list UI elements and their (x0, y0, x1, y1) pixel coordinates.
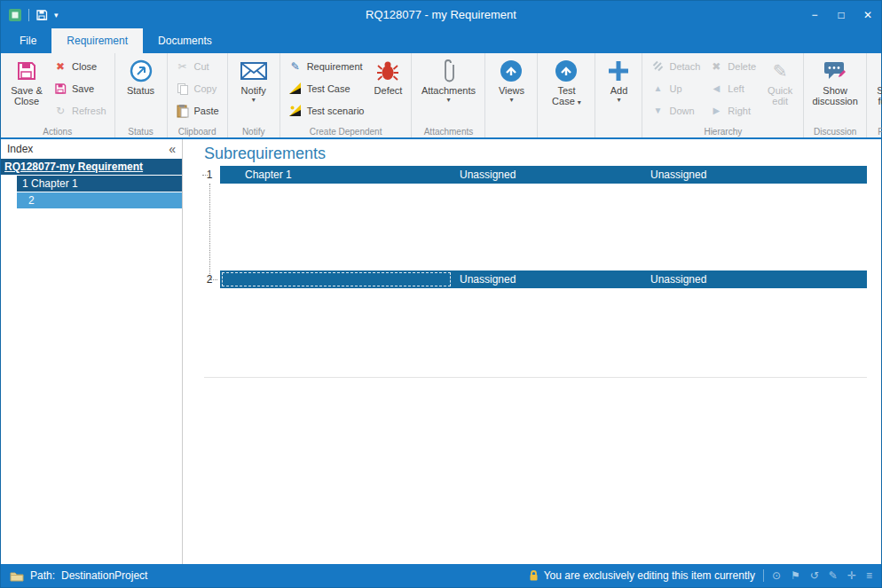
cut-button[interactable]: ✂ Cut (171, 55, 224, 77)
right-arrow-icon: ▶ (709, 106, 723, 115)
delete-x-icon: ✖ (709, 60, 723, 73)
detach-button[interactable]: Detach (646, 55, 705, 77)
lock-message: You are exclusively editing this item cu… (544, 569, 755, 582)
tree-item-chapter-1[interactable]: 1 Chapter 1 (17, 176, 182, 192)
collapse-panel-icon[interactable]: « (169, 142, 176, 156)
add-dropdown-icon: ▾ (617, 96, 620, 104)
attachments-label: Attachments (421, 85, 476, 96)
tab-requirement[interactable]: Requirement (51, 28, 143, 53)
tab-documents[interactable]: Documents (143, 28, 227, 53)
quick-access-dropdown-icon[interactable]: ▾ (54, 11, 59, 20)
defect-label: Defect (374, 85, 403, 96)
simple-format-button[interactable]: Simple format (870, 55, 882, 106)
create-test-case-button[interactable]: Test Case (284, 77, 369, 99)
status-button[interactable]: Status (119, 55, 163, 96)
index-panel: Index « RQ128077-my Requirement 1 Chapte… (1, 139, 183, 564)
info-icon[interactable]: ⊙ (772, 569, 781, 582)
down-button[interactable]: ▼ Down (646, 99, 705, 122)
left-button[interactable]: ◀ Left (705, 77, 760, 99)
minimize-button[interactable]: − (801, 2, 828, 28)
ribbon-group-actions: Save & Close ✖ Close Save (1, 53, 115, 137)
maximize-button[interactable]: □ (828, 2, 854, 28)
status-cell: Unassigned (650, 169, 706, 181)
group-label-actions: Actions (1, 127, 114, 137)
test-case-icon (288, 82, 303, 94)
group-label-attachments: Attachments (412, 127, 484, 137)
app-icon[interactable] (8, 8, 22, 22)
assignee-cell: Unassigned (460, 273, 650, 286)
views-button[interactable]: Views ▾ (489, 55, 533, 104)
paste-button[interactable]: Paste (171, 99, 224, 122)
statusbar-divider (763, 569, 764, 582)
subrequirement-bar-2[interactable]: Unassigned Unassigned (220, 270, 867, 288)
create-requirement-button[interactable]: ✎ Requirement (284, 55, 369, 77)
tab-file[interactable]: File (4, 28, 51, 53)
quick-save-icon[interactable] (35, 9, 48, 21)
subrequirement-title: Chapter 1 (220, 169, 460, 181)
group-label-status: Status (115, 127, 167, 137)
path-label: Path: (30, 569, 55, 582)
ribbon-group-create-dependent: ✎ Requirement Test Case Test scenario (280, 53, 413, 137)
subrequirement-title (220, 272, 460, 286)
up-button[interactable]: ▲ Up (646, 77, 705, 99)
tree-connector (209, 184, 210, 279)
content-area: Index « RQ128077-my Requirement 1 Chapte… (1, 139, 881, 564)
discussion-bubble-icon (823, 57, 847, 85)
assignee-cell: Unassigned (460, 169, 650, 181)
section-divider (204, 377, 867, 378)
close-button[interactable]: ✖ Close (49, 55, 111, 77)
test-case-label-line1: Test (557, 85, 575, 96)
save-button[interactable]: Save (49, 77, 111, 99)
close-x-icon: ✖ (53, 60, 67, 73)
save-icon (53, 82, 67, 95)
create-defect-button[interactable]: Defect (368, 55, 407, 96)
refresh-button[interactable]: ↻ Refresh (49, 99, 111, 122)
delete-button[interactable]: ✖ Delete (705, 55, 760, 77)
status-icon (130, 57, 153, 85)
save-close-icon (16, 57, 37, 85)
right-button[interactable]: ▶ Right (705, 99, 760, 122)
subrequirement-title-input[interactable] (222, 272, 451, 286)
ribbon-group-attachments: Attachments ▾ Attachments (412, 53, 485, 137)
subrequirement-row: 1 Chapter 1 Unassigned Unassigned (199, 166, 867, 184)
ribbon-group-views: Views ▾ (485, 53, 538, 137)
index-panel-title: Index (7, 143, 33, 155)
flag-icon[interactable]: ⚑ (791, 569, 800, 582)
attachments-button[interactable]: Attachments ▾ (415, 55, 481, 104)
paste-icon (176, 104, 190, 118)
move-icon[interactable]: ✛ (847, 569, 856, 582)
ribbon-group-add: Add ▾ (595, 53, 642, 137)
history-icon[interactable]: ↺ (810, 569, 819, 582)
subrequirement-bar-1[interactable]: Chapter 1 Unassigned Unassigned (220, 166, 867, 184)
save-and-close-button[interactable]: Save & Close (4, 55, 49, 106)
notify-label: Notify (241, 85, 266, 96)
group-label-clipboard: Clipboard (168, 127, 227, 137)
tree-item-2-selected[interactable]: 2 (17, 192, 182, 208)
copy-button[interactable]: Copy (171, 77, 224, 99)
add-button[interactable]: Add ▾ (599, 55, 638, 104)
group-label-discussion: Discussion (804, 127, 866, 137)
path-value: DestinationProject (61, 569, 147, 582)
save-and-close-label: Save & Close (11, 85, 42, 106)
statusbar: Path: DestinationProject You are exclusi… (1, 564, 881, 587)
ribbon: Save & Close ✖ Close Save (1, 53, 881, 139)
quick-edit-button[interactable]: ✎ Quick edit (760, 55, 799, 106)
test-case-button[interactable]: Test Case ▾ (541, 55, 591, 106)
close-window-button[interactable]: ✕ (854, 2, 881, 28)
notify-button[interactable]: Notify ▾ (232, 55, 276, 104)
show-discussion-button[interactable]: Show discussion (807, 55, 862, 106)
group-label-format: Format (867, 127, 882, 137)
notify-dropdown-icon: ▾ (252, 96, 256, 104)
hierarchy-icon[interactable]: ≡ (866, 569, 872, 582)
ribbon-tab-row: File Requirement Documents (1, 28, 881, 53)
row-number: 2 (199, 273, 220, 286)
up-arrow-icon: ▲ (650, 83, 665, 93)
views-dropdown-icon: ▾ (509, 96, 513, 104)
tree-item-root[interactable]: RQ128077-my Requirement (1, 159, 182, 175)
signature-icon[interactable]: ✎ (829, 569, 838, 582)
cut-icon: ✂ (176, 60, 190, 73)
group-label-notify: Notify (228, 127, 280, 137)
create-test-scenario-button[interactable]: Test scenario (284, 99, 369, 122)
status-cell: Unassigned (650, 273, 706, 286)
group-label-create-dependent: Create Dependent (280, 127, 412, 137)
